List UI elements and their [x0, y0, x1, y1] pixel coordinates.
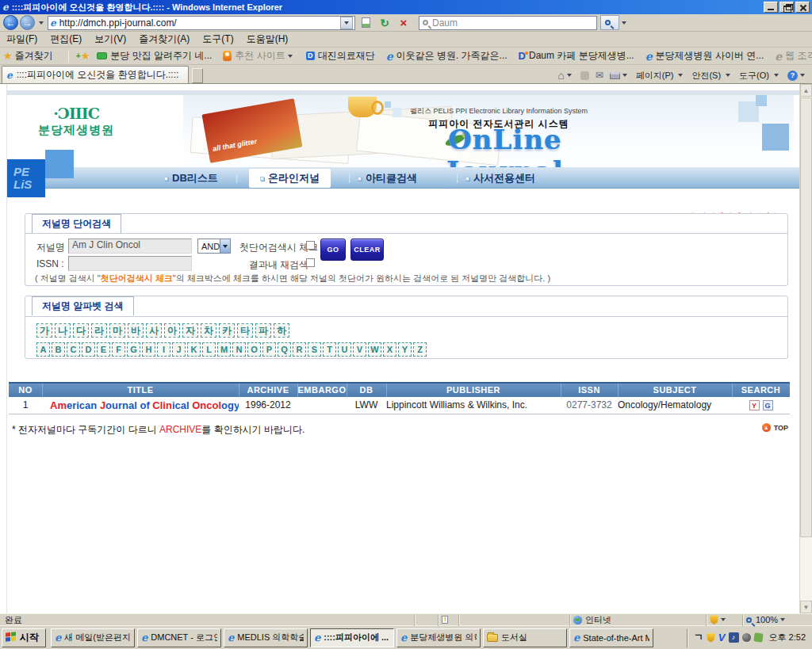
- media-icon[interactable]: ♪: [729, 632, 739, 643]
- korean-letter-button[interactable]: 마: [109, 323, 125, 338]
- taskbar-window-button[interactable]: e::::피피아이에 ...: [310, 628, 394, 647]
- english-letter-button[interactable]: F: [112, 342, 125, 357]
- search-g-button[interactable]: G: [763, 400, 773, 410]
- start-button[interactable]: 시작: [2, 628, 46, 647]
- korean-letter-button[interactable]: 바: [128, 323, 144, 338]
- history-dropdown-icon[interactable]: [39, 21, 44, 25]
- english-letter-button[interactable]: Y: [398, 342, 412, 357]
- vertical-scrollbar[interactable]: ▲ ▼: [799, 84, 812, 613]
- ime-indicator[interactable]: ㄱ: [694, 631, 703, 644]
- url-field[interactable]: e http://dmch.ppi-journal.com/: [48, 16, 355, 30]
- clear-button[interactable]: CLEAR: [350, 239, 384, 261]
- taskbar-window-button[interactable]: 도서실: [483, 628, 567, 647]
- scroll-down-button[interactable]: ▼: [800, 601, 812, 613]
- journal-name-input[interactable]: Am J Clin Oncol: [68, 239, 192, 254]
- select-dropdown-button[interactable]: [220, 239, 230, 253]
- search-y-button[interactable]: Y: [749, 400, 760, 410]
- taskbar-window-button[interactable]: eDMCNET - 로그인...: [137, 628, 221, 647]
- issn-input[interactable]: [68, 256, 192, 271]
- english-letter-button[interactable]: I: [157, 342, 170, 357]
- english-letter-button[interactable]: C: [67, 342, 80, 357]
- add-favorite-button[interactable]: + ★: [81, 50, 93, 62]
- url-text[interactable]: http://dmch.ppi-journal.com/: [59, 17, 340, 29]
- favorite-item[interactable]: 분당 맛집 알려주기 네...: [97, 49, 212, 63]
- favorite-item[interactable]: DDaum 카페 분당제생병...: [519, 49, 634, 63]
- cell-title-link[interactable]: American Journal of Clinical Oncology: [42, 397, 239, 414]
- korean-letter-button[interactable]: 파: [255, 323, 271, 338]
- tools-menu-button[interactable]: 도구(O): [739, 70, 781, 82]
- korean-letter-button[interactable]: 하: [274, 323, 289, 338]
- english-letter-button[interactable]: Q: [278, 342, 291, 357]
- stop-button[interactable]: ×: [395, 15, 412, 30]
- close-button[interactable]: [795, 2, 810, 13]
- korean-letter-button[interactable]: 자: [182, 323, 198, 338]
- english-letter-button[interactable]: N: [232, 342, 246, 357]
- nav-item-1[interactable]: DB리스트: [164, 171, 218, 185]
- korean-letter-button[interactable]: 아: [164, 323, 180, 338]
- minimize-button[interactable]: [764, 2, 778, 13]
- english-letter-button[interactable]: M: [217, 342, 231, 357]
- help-button[interactable]: ?: [787, 71, 807, 81]
- favorites-button[interactable]: ★ 즐겨찾기: [3, 49, 53, 63]
- korean-letter-button[interactable]: 사: [146, 323, 162, 338]
- tab-journal-word-search[interactable]: 저널명 단어검색: [32, 214, 121, 233]
- menu-file[interactable]: 파일(F): [6, 32, 37, 46]
- english-letter-button[interactable]: T: [323, 342, 336, 357]
- nav-item-4[interactable]: 사서전용센터: [465, 171, 535, 185]
- taskbar-window-button[interactable]: e새 메일(받은편지함...: [51, 628, 135, 647]
- english-letter-button[interactable]: G: [127, 342, 140, 357]
- research-within-checkbox[interactable]: [306, 258, 315, 267]
- print-button[interactable]: [610, 72, 630, 79]
- tray-icon[interactable]: [742, 633, 751, 642]
- scrollbar-thumb[interactable]: [800, 97, 812, 537]
- mail-button[interactable]: ✉: [596, 70, 603, 81]
- protected-mode-button[interactable]: [706, 614, 742, 626]
- search-input[interactable]: Daum: [419, 16, 597, 30]
- menu-view[interactable]: 보기(V): [94, 32, 126, 46]
- menu-tools[interactable]: 도구(T): [202, 32, 233, 46]
- compatibility-view-button[interactable]: [357, 15, 374, 30]
- go-button[interactable]: GO: [320, 239, 346, 261]
- english-letter-button[interactable]: O: [247, 342, 261, 357]
- menu-favorites[interactable]: 즐겨찾기(A): [139, 32, 190, 46]
- refresh-button[interactable]: ↻: [376, 15, 393, 30]
- english-letter-button[interactable]: J: [172, 342, 186, 357]
- english-letter-button[interactable]: E: [97, 342, 110, 357]
- search-go-button[interactable]: [600, 15, 619, 30]
- new-tab-button[interactable]: [192, 68, 203, 83]
- english-letter-button[interactable]: W: [368, 342, 381, 357]
- english-letter-button[interactable]: B: [52, 342, 65, 357]
- url-dropdown-button[interactable]: [340, 17, 353, 29]
- scroll-up-button[interactable]: ▲: [800, 84, 812, 97]
- korean-letter-button[interactable]: 카: [219, 323, 235, 338]
- menu-edit[interactable]: 편집(E): [50, 32, 82, 46]
- tray-icon[interactable]: [753, 632, 763, 642]
- safety-menu-button[interactable]: 안전(S): [691, 70, 733, 82]
- english-letter-button[interactable]: Z: [413, 342, 427, 357]
- forward-button[interactable]: →: [20, 15, 35, 30]
- english-letter-button[interactable]: R: [293, 342, 306, 357]
- home-button[interactable]: ⌂: [557, 69, 573, 82]
- korean-letter-button[interactable]: 차: [201, 323, 216, 338]
- english-letter-button[interactable]: X: [383, 342, 396, 357]
- first-word-checkbox[interactable]: [306, 241, 315, 250]
- english-letter-button[interactable]: K: [187, 342, 201, 357]
- nav-item-2[interactable]: 온라인저널: [249, 169, 331, 188]
- favorite-item[interactable]: e분당제생병원 사이버 연...: [645, 49, 764, 63]
- korean-letter-button[interactable]: 다: [73, 323, 89, 338]
- favorite-item[interactable]: e웹 조각 갤러리: [775, 49, 812, 63]
- nav-item-3[interactable]: 아티클검색: [358, 171, 417, 185]
- english-letter-button[interactable]: L: [202, 342, 216, 357]
- korean-letter-button[interactable]: 타: [237, 323, 253, 338]
- top-link[interactable]: ▲ TOP: [762, 423, 788, 432]
- favorite-item[interactable]: 추천 사이트: [223, 49, 294, 63]
- english-letter-button[interactable]: H: [142, 342, 155, 357]
- korean-letter-button[interactable]: 나: [55, 323, 71, 338]
- operator-select[interactable]: AND: [197, 239, 231, 254]
- zoom-control[interactable]: 100%: [742, 614, 812, 626]
- favorite-item[interactable]: D대진의료재단: [306, 49, 375, 63]
- tab-journal-alphabet-search[interactable]: 저널명 알파벳 검색: [32, 296, 134, 315]
- security-shield-icon[interactable]: [707, 633, 715, 643]
- feeds-button[interactable]: [580, 71, 589, 80]
- search-dropdown-icon[interactable]: [622, 21, 626, 25]
